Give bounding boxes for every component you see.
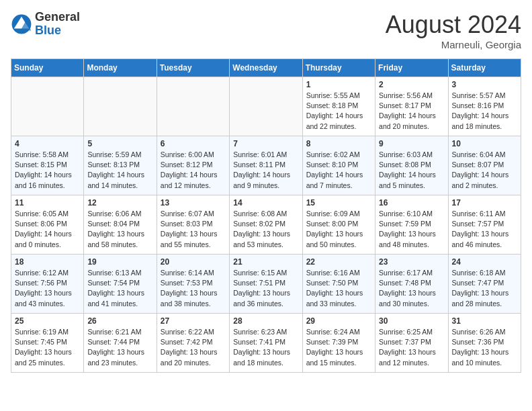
calendar-cell: 8Sunrise: 6:02 AM Sunset: 8:10 PM Daylig… (302, 136, 375, 195)
calendar-week-3: 11Sunrise: 6:05 AM Sunset: 8:06 PM Dayli… (11, 195, 521, 255)
day-info: Sunrise: 6:25 AM Sunset: 7:37 PM Dayligh… (379, 327, 444, 368)
day-number: 2 (379, 80, 444, 89)
day-info: Sunrise: 6:21 AM Sunset: 7:44 PM Dayligh… (87, 327, 152, 368)
calendar-cell: 5Sunrise: 5:59 AM Sunset: 8:13 PM Daylig… (84, 136, 157, 195)
day-number: 29 (306, 316, 371, 326)
weekday-header-tuesday: Tuesday (157, 59, 229, 77)
calendar-cell: 14Sunrise: 6:08 AM Sunset: 8:02 PM Dayli… (230, 195, 302, 255)
day-info: Sunrise: 6:23 AM Sunset: 7:41 PM Dayligh… (233, 327, 298, 368)
calendar-table: SundayMondayTuesdayWednesdayThursdayFrid… (11, 58, 521, 373)
calendar-cell: 27Sunrise: 6:22 AM Sunset: 7:42 PM Dayli… (157, 314, 229, 373)
calendar-body: 1Sunrise: 5:55 AM Sunset: 8:18 PM Daylig… (11, 77, 521, 373)
calendar-cell: 13Sunrise: 6:07 AM Sunset: 8:03 PM Dayli… (157, 195, 229, 255)
location: Marneuli, Georgia (386, 39, 521, 50)
day-number: 17 (452, 198, 517, 208)
day-number: 22 (306, 257, 371, 267)
day-number: 15 (306, 198, 371, 208)
month-year: August 2024 (386, 11, 521, 39)
calendar-cell: 31Sunrise: 6:26 AM Sunset: 7:36 PM Dayli… (448, 314, 521, 373)
day-number: 18 (15, 257, 80, 267)
day-number: 7 (233, 139, 298, 148)
logo-icon (11, 13, 32, 35)
weekday-header-thursday: Thursday (302, 59, 375, 77)
calendar-cell: 23Sunrise: 6:17 AM Sunset: 7:48 PM Dayli… (375, 255, 448, 314)
day-number: 6 (161, 139, 226, 148)
day-number: 8 (306, 139, 371, 148)
calendar-cell (157, 77, 229, 136)
calendar-cell: 19Sunrise: 6:13 AM Sunset: 7:54 PM Dayli… (84, 255, 157, 314)
day-info: Sunrise: 6:10 AM Sunset: 7:59 PM Dayligh… (379, 209, 444, 250)
weekday-header-sunday: Sunday (11, 59, 84, 77)
day-info: Sunrise: 6:22 AM Sunset: 7:42 PM Dayligh… (161, 327, 226, 368)
day-info: Sunrise: 6:14 AM Sunset: 7:53 PM Dayligh… (161, 268, 226, 309)
day-info: Sunrise: 5:55 AM Sunset: 8:18 PM Dayligh… (306, 91, 371, 132)
calendar-cell (11, 77, 84, 136)
calendar-cell: 1Sunrise: 5:55 AM Sunset: 8:18 PM Daylig… (302, 77, 375, 136)
day-info: Sunrise: 6:04 AM Sunset: 8:07 PM Dayligh… (452, 150, 517, 191)
day-number: 20 (161, 257, 226, 267)
calendar-cell: 6Sunrise: 6:00 AM Sunset: 8:12 PM Daylig… (157, 136, 229, 195)
day-info: Sunrise: 6:01 AM Sunset: 8:11 PM Dayligh… (233, 150, 298, 191)
day-number: 11 (15, 198, 80, 208)
day-number: 13 (161, 198, 226, 208)
day-info: Sunrise: 5:59 AM Sunset: 8:13 PM Dayligh… (87, 150, 152, 191)
calendar-week-2: 4Sunrise: 5:58 AM Sunset: 8:15 PM Daylig… (11, 136, 521, 195)
day-number: 14 (233, 198, 298, 208)
calendar-cell: 15Sunrise: 6:09 AM Sunset: 8:00 PM Dayli… (302, 195, 375, 255)
day-info: Sunrise: 6:03 AM Sunset: 8:08 PM Dayligh… (379, 150, 444, 191)
day-info: Sunrise: 6:15 AM Sunset: 7:51 PM Dayligh… (233, 268, 298, 309)
day-info: Sunrise: 6:05 AM Sunset: 8:06 PM Dayligh… (15, 209, 80, 250)
calendar-cell: 16Sunrise: 6:10 AM Sunset: 7:59 PM Dayli… (375, 195, 448, 255)
day-info: Sunrise: 6:24 AM Sunset: 7:39 PM Dayligh… (306, 327, 371, 368)
calendar-cell: 10Sunrise: 6:04 AM Sunset: 8:07 PM Dayli… (448, 136, 521, 195)
day-info: Sunrise: 6:19 AM Sunset: 7:45 PM Dayligh… (15, 327, 80, 368)
day-number: 4 (15, 139, 80, 148)
calendar-week-5: 25Sunrise: 6:19 AM Sunset: 7:45 PM Dayli… (11, 314, 521, 373)
day-number: 31 (452, 316, 517, 326)
logo-general: General (35, 10, 80, 24)
day-number: 21 (233, 257, 298, 267)
calendar-cell: 20Sunrise: 6:14 AM Sunset: 7:53 PM Dayli… (157, 255, 229, 314)
weekday-header-saturday: Saturday (448, 59, 521, 77)
calendar-week-4: 18Sunrise: 6:12 AM Sunset: 7:56 PM Dayli… (11, 255, 521, 314)
day-info: Sunrise: 6:00 AM Sunset: 8:12 PM Dayligh… (161, 150, 226, 191)
day-info: Sunrise: 6:02 AM Sunset: 8:10 PM Dayligh… (306, 150, 371, 191)
calendar-week-1: 1Sunrise: 5:55 AM Sunset: 8:18 PM Daylig… (11, 77, 521, 136)
day-info: Sunrise: 5:57 AM Sunset: 8:16 PM Dayligh… (452, 91, 517, 132)
day-info: Sunrise: 6:13 AM Sunset: 7:54 PM Dayligh… (87, 268, 152, 309)
weekday-header-monday: Monday (84, 59, 157, 77)
calendar-cell: 9Sunrise: 6:03 AM Sunset: 8:08 PM Daylig… (375, 136, 448, 195)
calendar-cell: 28Sunrise: 6:23 AM Sunset: 7:41 PM Dayli… (230, 314, 302, 373)
day-number: 3 (452, 80, 517, 89)
day-info: Sunrise: 5:56 AM Sunset: 8:17 PM Dayligh… (379, 91, 444, 132)
day-info: Sunrise: 6:16 AM Sunset: 7:50 PM Dayligh… (306, 268, 371, 309)
calendar-cell (230, 77, 302, 136)
calendar-cell: 29Sunrise: 6:24 AM Sunset: 7:39 PM Dayli… (302, 314, 375, 373)
day-info: Sunrise: 6:07 AM Sunset: 8:03 PM Dayligh… (161, 209, 226, 250)
calendar-cell: 3Sunrise: 5:57 AM Sunset: 8:16 PM Daylig… (448, 77, 521, 136)
day-info: Sunrise: 6:17 AM Sunset: 7:48 PM Dayligh… (379, 268, 444, 309)
title-block: August 2024 Marneuli, Georgia (386, 11, 521, 50)
day-number: 26 (87, 316, 152, 326)
day-info: Sunrise: 6:09 AM Sunset: 8:00 PM Dayligh… (306, 209, 371, 250)
day-number: 23 (379, 257, 444, 267)
day-info: Sunrise: 6:26 AM Sunset: 7:36 PM Dayligh… (452, 327, 517, 368)
day-number: 12 (87, 198, 152, 208)
weekday-header-wednesday: Wednesday (230, 59, 302, 77)
header: General Blue August 2024 Marneuli, Georg… (11, 11, 521, 50)
day-info: Sunrise: 6:08 AM Sunset: 8:02 PM Dayligh… (233, 209, 298, 250)
calendar-cell: 17Sunrise: 6:11 AM Sunset: 7:57 PM Dayli… (448, 195, 521, 255)
day-info: Sunrise: 6:12 AM Sunset: 7:56 PM Dayligh… (15, 268, 80, 309)
day-number: 10 (452, 139, 517, 148)
day-info: Sunrise: 5:58 AM Sunset: 8:15 PM Dayligh… (15, 150, 80, 191)
day-info: Sunrise: 6:06 AM Sunset: 8:04 PM Dayligh… (87, 209, 152, 250)
calendar-cell: 11Sunrise: 6:05 AM Sunset: 8:06 PM Dayli… (11, 195, 84, 255)
calendar-cell: 12Sunrise: 6:06 AM Sunset: 8:04 PM Dayli… (84, 195, 157, 255)
day-info: Sunrise: 6:18 AM Sunset: 7:47 PM Dayligh… (452, 268, 517, 309)
calendar-cell: 30Sunrise: 6:25 AM Sunset: 7:37 PM Dayli… (375, 314, 448, 373)
day-number: 27 (161, 316, 226, 326)
day-number: 16 (379, 198, 444, 208)
day-number: 30 (379, 316, 444, 326)
calendar-cell (84, 77, 157, 136)
day-number: 25 (15, 316, 80, 326)
